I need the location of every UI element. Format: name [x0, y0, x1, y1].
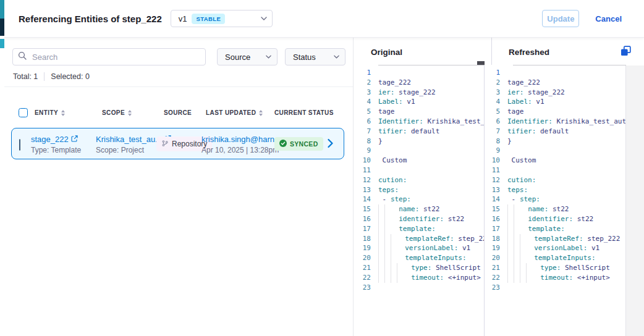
modal-body: Source Status Total: 1	[4, 38, 644, 336]
original-code-pane[interactable]: 12tage_2223ier: stage_2224Label: v15tage…	[356, 65, 485, 336]
code-line: 3ier: stage_222	[356, 88, 484, 98]
copy-icon[interactable]	[619, 46, 632, 58]
code-line: 10 Custom	[356, 156, 484, 166]
code-line: 6Identifier: Krishika_test_aut	[485, 117, 625, 127]
selected-count: Selected: 0	[51, 72, 90, 81]
code-line: 5tage	[356, 107, 484, 117]
entity-link[interactable]: stage_222	[31, 135, 78, 144]
indent-guide	[378, 273, 384, 283]
column-last-updated: LAST UPDATED	[206, 109, 263, 116]
table-row[interactable]: stage_222 Type: Template Krishika_test_a…	[11, 128, 344, 159]
version-select[interactable]: v1 STABLE	[171, 10, 273, 27]
indent-guide	[378, 214, 384, 224]
referencing-entities-modal: Referencing Entities of step_222 v1 STAB…	[4, 0, 644, 336]
code-line: 15 name: st22	[356, 204, 484, 214]
code-line: 20 templateInputs:	[485, 253, 625, 263]
sort-icon[interactable]	[259, 110, 263, 116]
indent-guide	[378, 234, 384, 244]
indent-guide	[507, 234, 514, 244]
code-line: 11	[485, 166, 625, 175]
sort-icon[interactable]	[61, 110, 65, 116]
check-circle-icon	[279, 140, 287, 148]
table-header: ENTITY SCOPE SOURCE LAST UPDATED	[4, 108, 353, 119]
code-line: 17 template:	[485, 224, 625, 234]
divider	[491, 38, 492, 65]
indent-guide	[520, 243, 526, 253]
code-line: 14 - step:	[356, 195, 484, 204]
external-link-icon	[71, 135, 78, 144]
indent-guide	[514, 224, 520, 234]
cancel-button[interactable]: Cancel	[591, 14, 625, 24]
search-box[interactable]	[12, 48, 206, 65]
indent-guide	[514, 273, 520, 283]
indent-guide	[384, 243, 391, 253]
indent-guide	[514, 234, 520, 244]
indent-guide	[378, 224, 384, 234]
code-line: 16 identifier: st22	[485, 214, 625, 224]
code-line: 20 templateInputs:	[356, 253, 484, 263]
yaml-diff-section: Original Refreshed 12tage_2223ier: stage…	[354, 38, 644, 336]
synced-badge: SYNCED	[274, 137, 323, 151]
column-source: SOURCE	[164, 109, 192, 116]
chevron-down-icon	[334, 55, 339, 59]
column-scope: SCOPE	[102, 109, 132, 116]
modal-header: Referencing Entities of step_222 v1 STAB…	[4, 0, 644, 38]
indent-guide	[520, 253, 526, 263]
code-line: 9	[485, 146, 625, 156]
refreshed-code-pane[interactable]: 12tage_2223ier: stage_2224Label: v15tage…	[485, 65, 626, 336]
search-icon	[18, 51, 27, 62]
row-expand-chevron[interactable]	[328, 138, 333, 151]
source-filter-dropdown[interactable]: Source	[217, 48, 278, 65]
code-line: 10 Custom	[485, 156, 625, 166]
stable-badge: STABLE	[192, 14, 225, 24]
background-icon-fragment	[0, 39, 4, 48]
indent-guide	[507, 243, 514, 253]
code-line: 17 template:	[356, 224, 484, 234]
entity-type: Type: Template	[31, 146, 81, 154]
code-line: 1	[356, 68, 484, 78]
indent-guide	[384, 224, 391, 234]
code-line: 7tifier: default	[356, 127, 484, 136]
indent-guide	[384, 253, 391, 263]
git-repository-icon	[161, 140, 169, 149]
code-line: 16 identifier: st22	[356, 214, 484, 224]
code-line: 22 timeout: <+input>	[356, 273, 484, 283]
code-line: 2tage_222	[356, 78, 484, 88]
indent-guide	[507, 253, 514, 263]
update-button[interactable]: Update	[542, 10, 579, 27]
row-checkbox[interactable]	[19, 140, 20, 151]
indent-guide	[384, 273, 391, 283]
page-title: Referencing Entities of step_222	[19, 14, 162, 24]
indent-guide	[391, 253, 397, 263]
background-topbar-fragment	[0, 0, 4, 19]
indent-guide	[391, 234, 397, 244]
code-line: 19 versionLabel: v1	[356, 243, 484, 253]
status-filter-dropdown[interactable]: Status	[285, 48, 345, 65]
source-filter-label: Source	[225, 52, 250, 62]
code-line: 5tage	[485, 107, 625, 117]
screen: Referencing Entities of step_222 v1 STAB…	[0, 0, 644, 336]
panel-gutter	[626, 65, 644, 336]
code-line: 23	[356, 283, 484, 293]
search-input[interactable]	[31, 52, 200, 62]
code-line: 13teps:	[356, 185, 484, 195]
indent-guide	[526, 273, 532, 283]
chevron-down-icon	[266, 55, 271, 59]
select-all-checkbox[interactable]	[19, 108, 28, 117]
indent-guide	[391, 263, 397, 273]
indent-guide	[391, 243, 397, 253]
indent-guide	[384, 204, 391, 214]
code-line: 21 type: ShellScript	[485, 263, 625, 273]
code-line: 18 templateRef: step_222	[485, 234, 625, 244]
chevron-down-icon	[261, 17, 267, 20]
code-line: 19 versionLabel: v1	[485, 243, 625, 253]
total-count: Total: 1	[13, 72, 38, 81]
indent-guide	[514, 204, 520, 214]
code-line: 13teps:	[485, 185, 625, 195]
divider	[4, 86, 353, 87]
divider	[44, 72, 44, 81]
code-line: 14 - step:	[485, 195, 625, 204]
sort-icon[interactable]	[128, 110, 132, 116]
code-line: 9	[356, 146, 484, 156]
indent-guide	[507, 204, 514, 214]
